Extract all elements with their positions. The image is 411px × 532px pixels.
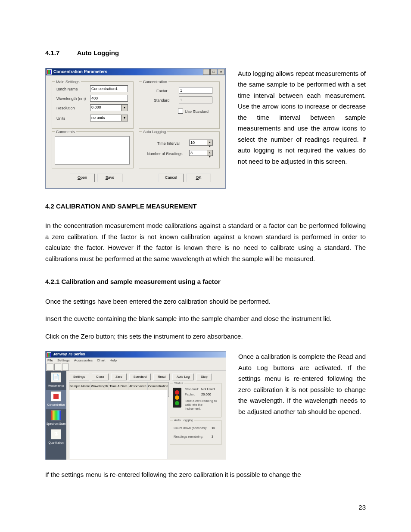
menu-file[interactable]: File	[47, 358, 53, 364]
heading-text: Calibration and sample measurement using…	[62, 278, 221, 285]
time-interval-spinner[interactable]: ▲▼	[189, 140, 213, 146]
toolbar	[46, 364, 226, 371]
time-interval-input[interactable]	[189, 140, 207, 146]
heading-4-2: 4.2 CALIBRATION AND SAMPLE MEASUREMENT	[45, 201, 366, 212]
units-dropdown[interactable]: no units ▼	[90, 115, 128, 121]
group-title: Concentration	[142, 79, 168, 85]
quantitation-icon: ⚗	[51, 429, 61, 439]
time-interval-label: Time Interval	[157, 140, 180, 147]
chevron-down-icon: ▼	[121, 115, 128, 121]
heading-text: CALIBRATION AND SAMPLE MEASUREMENT	[56, 202, 197, 210]
concentration-icon	[51, 391, 61, 401]
paragraph: Insert the cuvette containing the blank …	[45, 313, 366, 324]
units-label: Units	[56, 115, 65, 122]
sidebar-quantitation[interactable]: ⚗ Quantitation	[46, 428, 66, 447]
factor-label: Factor	[156, 88, 168, 94]
spinner-down-icon[interactable]: ▼	[207, 155, 212, 159]
paragraph-trailing: If the settings menu is re-entered follo…	[45, 469, 366, 480]
sidebar-photometrics[interactable]: 📄 Photometrics	[46, 371, 66, 390]
factor-input[interactable]	[179, 87, 212, 94]
maximize-button[interactable]: □	[210, 69, 217, 75]
spinner-up-icon[interactable]: ▲	[207, 140, 212, 144]
page-number: 23	[45, 502, 366, 513]
use-standard-label: Use Standard	[185, 109, 209, 115]
read-button[interactable]: Read	[153, 373, 170, 380]
cancel-button[interactable]: Cancel	[159, 174, 184, 182]
status-standard-label: Standard:	[185, 387, 199, 392]
countdown-label: Count down (seconds):	[174, 426, 207, 431]
menu-bar: File Settings Accessories Chart Help	[46, 358, 226, 364]
main-panel: Settings Close Zero Standard Read Auto L…	[66, 371, 226, 460]
standard-input[interactable]	[179, 96, 212, 103]
sidebar-concentration[interactable]: Concentration	[46, 390, 66, 409]
stop-button[interactable]: Stop	[196, 373, 212, 380]
sidebar-spectrum-scan[interactable]: Spectrum Scan	[46, 409, 66, 428]
sidebar: 📄 Photometrics Concentration Spectrum Sc…	[46, 371, 66, 460]
status-standard-value: Not Used	[201, 387, 215, 392]
results-table	[69, 390, 168, 459]
group-title: Main Settings	[55, 79, 81, 85]
wavelength-input[interactable]	[90, 95, 128, 102]
resolution-dropdown[interactable]: 0.000 ▼	[90, 104, 128, 111]
countdown-value: 10	[212, 426, 215, 431]
group-title: Status	[173, 381, 184, 386]
resolution-label: Resolution	[56, 105, 75, 112]
use-standard-checkbox[interactable]	[178, 109, 183, 114]
traffic-light-icon	[173, 388, 181, 408]
menu-chart[interactable]: Chart	[97, 358, 106, 364]
zero-button[interactable]: Zero	[111, 373, 126, 380]
heading-text: Auto Logging	[77, 49, 119, 56]
spinner-up-icon[interactable]: ▲	[207, 150, 212, 155]
readings-remaining-label: Readings remaining:	[174, 434, 203, 440]
batch-name-label: Batch Name	[56, 86, 78, 93]
toolbar-icon-2[interactable]	[54, 364, 61, 370]
auto-logging-paragraph: Auto logging allows repeat measurements …	[238, 68, 366, 189]
number-readings-label: Number of Readings	[147, 151, 183, 157]
save-button[interactable]: Save	[97, 174, 122, 182]
group-title: Comments	[55, 129, 76, 135]
status-group: Status Standard: Not Used Factor: 20.000…	[170, 383, 221, 417]
window-title: Jenway 73 Series	[53, 351, 85, 358]
concentration-parameters-window: Concentration Parameters _ □ × Main Sett…	[45, 68, 226, 189]
menu-settings[interactable]: Settings	[57, 358, 70, 364]
close-button[interactable]: Close	[92, 373, 109, 380]
chevron-down-icon: ▼	[121, 105, 128, 111]
titlebar: Jenway 73 Series	[46, 352, 226, 358]
autolog-button[interactable]: Auto Log	[172, 373, 194, 380]
comments-textarea[interactable]	[55, 136, 130, 165]
menu-help[interactable]: Help	[109, 358, 116, 364]
paragraph: Once the settings have been entered the …	[45, 296, 366, 307]
toolbar-icon-1[interactable]	[47, 364, 53, 370]
minimize-button[interactable]: _	[203, 69, 210, 75]
spectrum-icon	[51, 410, 61, 420]
titlebar: Concentration Parameters _ □ ×	[46, 68, 225, 75]
open-button[interactable]: OOpenpen	[70, 174, 95, 182]
number-readings-spinner[interactable]: ▲▼	[189, 150, 213, 156]
autologging-group: Auto Logging Count down (seconds): 10 Re…	[170, 420, 221, 445]
auto-logging-group: Auto Logging Time Interval ▲▼ Number of …	[139, 131, 220, 168]
standard-label: Standard	[154, 97, 170, 104]
batch-name-input[interactable]	[90, 85, 128, 92]
heading-num: 4.2.1	[45, 278, 59, 285]
group-title: Auto Logging	[173, 418, 194, 423]
heading-num: 4.2	[45, 202, 54, 210]
toolbar-icon-3[interactable]	[62, 364, 69, 370]
resolution-value: 0.000	[91, 104, 101, 111]
status-factor-label: Factor:	[185, 392, 195, 398]
app-icon	[47, 352, 51, 357]
number-readings-input[interactable]	[189, 150, 207, 156]
status-message: Take a zero reading to calibrate the ins…	[185, 399, 219, 411]
window-title: Concentration Parameters	[53, 68, 107, 75]
heading-4-2-1: 4.2.1 Calibration and sample measurement…	[45, 276, 366, 287]
standard-button[interactable]: Standard	[129, 373, 151, 380]
app-icon	[47, 69, 52, 75]
calibration-paragraph: Once a calibration is complete the Read …	[238, 351, 366, 460]
spinner-down-icon[interactable]: ▼	[207, 144, 212, 149]
ok-button[interactable]: OK	[186, 174, 211, 182]
settings-button[interactable]: Settings	[69, 373, 89, 380]
units-value: no units	[91, 115, 105, 121]
menu-accessories[interactable]: Accessories	[74, 358, 93, 364]
close-button[interactable]: ×	[218, 69, 224, 75]
readings-remaining-value: 3	[212, 434, 213, 440]
paragraph: Click on the Zero button; this sets the …	[45, 331, 366, 342]
